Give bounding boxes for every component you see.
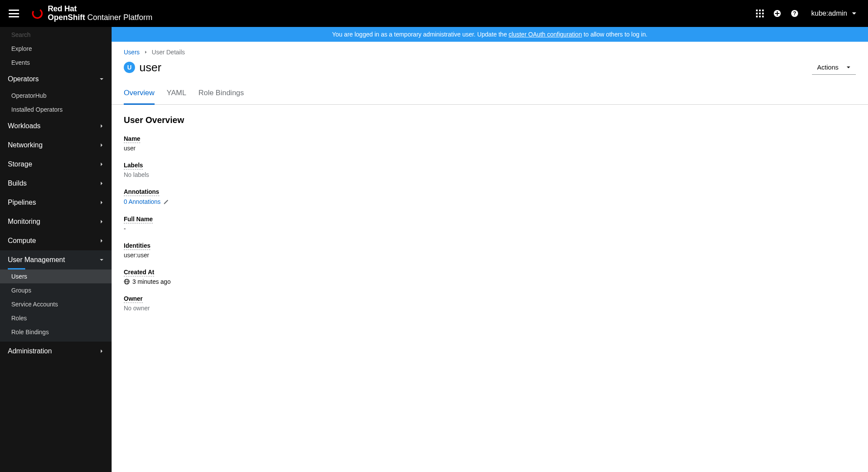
chevron-right-icon (99, 239, 104, 243)
sidebar-section-user-management[interactable]: User Management (0, 250, 112, 269)
globe-icon (124, 279, 130, 285)
oauth-config-link[interactable]: cluster OAuth configuration (508, 31, 582, 38)
overview-heading: User Overview (124, 115, 856, 125)
sidebar-section-administration[interactable]: Administration (0, 342, 112, 361)
created-label: Created At (124, 269, 154, 276)
sidebar-item-installed-operators[interactable]: Installed Operators (0, 103, 112, 116)
pencil-icon (163, 199, 169, 205)
operators-label: Operators (8, 75, 39, 83)
sidebar-item-groups[interactable]: Groups (0, 283, 112, 297)
svg-rect-1 (756, 10, 758, 11)
chevron-down-icon (846, 65, 851, 70)
chevron-right-icon (99, 219, 104, 224)
owner-value: No owner (124, 305, 856, 312)
actions-dropdown[interactable]: Actions (812, 60, 856, 75)
fullname-label: Full Name (124, 216, 153, 223)
sidebar-section-networking[interactable]: Networking (0, 136, 112, 155)
login-warning-banner: You are logged in as a temporary adminis… (112, 27, 868, 42)
sidebar-section-workloads[interactable]: Workloads (0, 116, 112, 136)
labels-label: Labels (124, 162, 143, 170)
chevron-down-icon (99, 77, 104, 81)
sidebar-section-storage[interactable]: Storage (0, 155, 112, 174)
tab-yaml[interactable]: YAML (167, 84, 186, 105)
owner-label: Owner (124, 295, 143, 303)
svg-rect-8 (759, 16, 761, 17)
svg-rect-7 (756, 16, 758, 17)
user-menu[interactable]: kube:admin (803, 10, 859, 17)
sidebar-section-monitoring[interactable]: Monitoring (0, 212, 112, 231)
svg-rect-4 (756, 13, 758, 14)
name-label: Name (124, 135, 140, 143)
fullname-value: - (124, 225, 856, 232)
chevron-right-icon (144, 50, 148, 54)
svg-rect-12 (775, 13, 779, 14)
brand-bottom: OpenShift Container Platform (48, 13, 152, 22)
page-title: user (139, 61, 162, 74)
sidebar-item-search[interactable]: Search (0, 28, 112, 42)
main-content: You are logged in as a temporary adminis… (112, 27, 868, 472)
apps-icon[interactable] (751, 10, 769, 17)
sidebar-item-events[interactable]: Events (0, 56, 112, 70)
sidebar-section-pipelines[interactable]: Pipelines (0, 193, 112, 212)
chevron-right-icon (99, 162, 104, 166)
svg-rect-9 (762, 16, 764, 17)
chevron-down-icon (851, 11, 857, 16)
created-value: 3 minutes ago (132, 278, 171, 285)
tab-overview[interactable]: Overview (124, 84, 155, 105)
breadcrumb: Users User Details (124, 49, 856, 56)
brand-logo[interactable]: Red Hat OpenShift Container Platform (31, 5, 152, 22)
chevron-right-icon (99, 349, 104, 353)
chevron-right-icon (99, 143, 104, 147)
username-label: kube:admin (811, 10, 847, 17)
name-value: user (124, 145, 856, 152)
svg-point-0 (31, 7, 43, 20)
tab-role-bindings[interactable]: Role Bindings (198, 84, 244, 105)
annotations-link[interactable]: 0 Annotations (124, 198, 169, 205)
chevron-down-icon (99, 258, 104, 262)
svg-rect-6 (762, 13, 764, 14)
resource-badge: U (124, 62, 135, 73)
menu-toggle-button[interactable] (9, 10, 19, 17)
sidebar-section-operators[interactable]: Operators (0, 70, 112, 89)
identities-value: user:user (124, 252, 856, 259)
chevron-right-icon (99, 124, 104, 128)
sidebar-item-role-bindings[interactable]: Role Bindings (0, 325, 112, 339)
sidebar-section-compute[interactable]: Compute (0, 231, 112, 250)
redhat-icon (31, 7, 43, 20)
sidebar-item-operatorhub[interactable]: OperatorHub (0, 89, 112, 103)
svg-text:?: ? (793, 10, 796, 17)
breadcrumb-current: User Details (152, 49, 185, 56)
sidebar: Search Explore Events Operators Operator… (0, 27, 112, 472)
top-header: Red Hat OpenShift Container Platform ? k… (0, 0, 868, 27)
add-icon[interactable] (769, 10, 786, 17)
chevron-right-icon (99, 200, 104, 205)
sidebar-item-roles[interactable]: Roles (0, 311, 112, 325)
brand-top: Red Hat (48, 5, 152, 13)
identities-label: Identities (124, 242, 150, 250)
svg-rect-5 (759, 13, 761, 14)
sidebar-section-builds[interactable]: Builds (0, 174, 112, 193)
tab-bar: Overview YAML Role Bindings (112, 84, 868, 105)
breadcrumb-users-link[interactable]: Users (124, 49, 140, 56)
chevron-right-icon (99, 181, 104, 186)
svg-rect-2 (759, 10, 761, 11)
sidebar-item-service-accounts[interactable]: Service Accounts (0, 297, 112, 311)
annotations-label: Annotations (124, 188, 159, 196)
labels-value: No labels (124, 171, 856, 178)
sidebar-item-explore[interactable]: Explore (0, 42, 112, 56)
svg-rect-3 (762, 10, 764, 11)
sidebar-item-users[interactable]: Users (0, 269, 112, 283)
help-icon[interactable]: ? (786, 10, 803, 17)
